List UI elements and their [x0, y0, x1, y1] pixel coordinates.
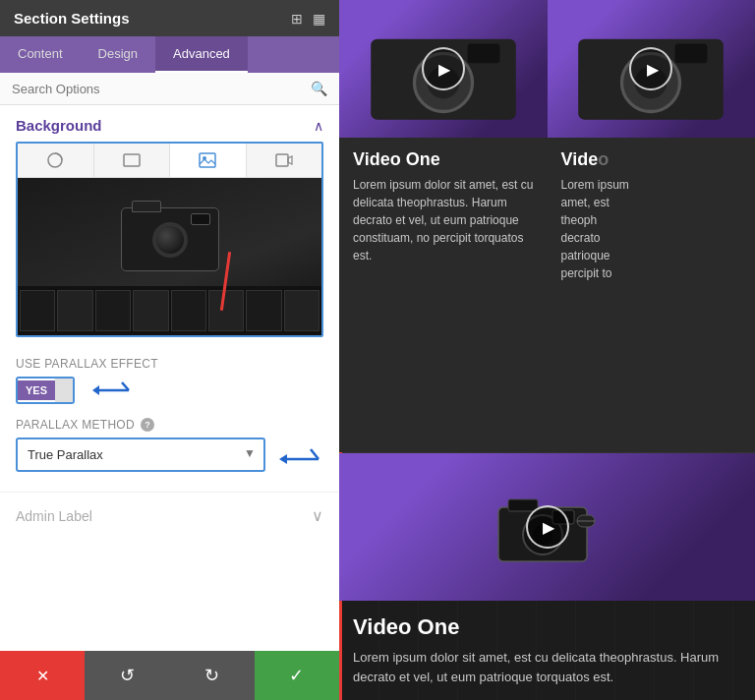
use-parallax-label: Use Parallax Effect — [16, 357, 323, 371]
toggle-handle — [55, 379, 73, 402]
tabs-row: Content Design Advanced — [0, 36, 339, 73]
video-thumbnail-1 — [339, 0, 548, 138]
svg-marker-5 — [92, 385, 99, 395]
save-icon: ✓ — [289, 665, 304, 686]
cancel-icon: ✕ — [36, 667, 49, 685]
panel-content: Background ∧ — [0, 105, 339, 651]
video-desc-2: Lorem ipsumamet, esttheophdecratopatrioq… — [561, 176, 742, 282]
video-card-1: Video One Lorem ipsum dolor sit amet, es… — [339, 0, 548, 452]
cancel-button[interactable]: ✕ — [0, 651, 85, 700]
tab-advanced[interactable]: Advanced — [155, 36, 248, 73]
bg-type-tabs — [18, 144, 321, 178]
background-section-title: Background — [16, 117, 102, 134]
bottom-bar: ✕ ↺ ↻ ✓ — [0, 651, 339, 700]
search-input[interactable] — [12, 82, 311, 96]
video-desc-1: Lorem ipsum dolor sit amet, est cu delic… — [353, 176, 534, 264]
help-icon[interactable]: ? — [141, 418, 154, 432]
save-button[interactable]: ✓ — [255, 651, 339, 700]
svg-marker-6 — [279, 454, 287, 464]
redo-button[interactable]: ↻ — [170, 651, 255, 700]
video-info-1: Video One Lorem ipsum dolor sit amet, es… — [339, 138, 548, 280]
video-wide-desc: Lorem ipsum dolor sit amet, est cu delic… — [353, 648, 741, 686]
bg-type-selector — [16, 142, 323, 337]
video-card-2: Video Lorem ipsumamet, esttheophdecratop… — [548, 0, 756, 452]
arrow-indicator-method — [269, 441, 323, 469]
undo-button[interactable]: ↺ — [85, 651, 169, 700]
video-wide: Video One Lorem ipsum dolor sit amet, es… — [339, 452, 755, 700]
video-wide-title: Video One — [353, 614, 741, 640]
video-grid: Video One Lorem ipsum dolor sit amet, es… — [339, 0, 755, 452]
redo-icon: ↻ — [204, 665, 219, 686]
video-wide-thumb — [339, 453, 755, 601]
panel-header: Section Settings ⊞ ▦ — [0, 0, 339, 36]
toggle-row: YES — [16, 377, 323, 404]
svg-rect-4 — [276, 154, 288, 166]
background-section-header: Background ∧ — [0, 105, 339, 142]
parallax-method-label-row: Parallax Method ? — [16, 418, 323, 432]
parallax-section: Use Parallax Effect YES Parallax Method … — [0, 345, 339, 492]
tab-content[interactable]: Content — [0, 36, 81, 73]
bg-type-color[interactable] — [18, 144, 94, 177]
toggle-yes-label: YES — [18, 380, 55, 400]
parallax-method-label: Parallax Method — [16, 418, 135, 432]
search-icon: 🔍 — [311, 81, 327, 96]
undo-icon: ↺ — [120, 665, 135, 686]
svg-rect-2 — [200, 153, 215, 167]
bg-type-image[interactable] — [170, 144, 247, 177]
left-panel: Section Settings ⊞ ▦ Content Design Adva… — [0, 0, 339, 700]
right-content: Video One Lorem ipsum dolor sit amet, es… — [339, 0, 755, 700]
panel-title: Section Settings — [14, 10, 130, 27]
video-title-1: Video One — [353, 149, 534, 170]
parallax-method-select[interactable]: True Parallax CSS Parallax No Parallax — [16, 438, 265, 472]
grid-icon[interactable]: ▦ — [313, 11, 325, 27]
background-toggle-icon[interactable]: ∧ — [314, 118, 323, 134]
video-wide-info: Video One Lorem ipsum dolor sit amet, es… — [339, 601, 755, 700]
bg-type-video[interactable] — [247, 144, 322, 177]
play-button-wide[interactable] — [526, 505, 569, 549]
bg-image-preview — [18, 178, 321, 335]
header-icons: ⊞ ▦ — [291, 11, 325, 27]
svg-rect-1 — [124, 154, 140, 166]
video-info-2: Video Lorem ipsumamet, esttheophdecratop… — [548, 138, 756, 298]
parallax-toggle[interactable]: YES — [16, 377, 75, 404]
search-bar: 🔍 — [0, 73, 339, 105]
admin-label: Admin Label — [16, 508, 92, 524]
play-button-2[interactable] — [629, 47, 672, 90]
parallax-method-row: Parallax Method ? True Parallax CSS Para… — [16, 418, 323, 472]
expand-icon[interactable]: ⊞ — [291, 11, 303, 27]
video-thumbnail-2 — [548, 0, 756, 138]
tab-design[interactable]: Design — [81, 36, 155, 73]
video-title-2: Video — [561, 149, 742, 170]
admin-chevron-icon: ∨ — [312, 506, 323, 525]
right-panel: Video One Lorem ipsum dolor sit amet, es… — [339, 0, 755, 700]
bg-type-gradient[interactable] — [94, 144, 171, 177]
arrow-indicator-parallax — [85, 377, 134, 404]
play-button-1[interactable] — [422, 47, 465, 90]
admin-section[interactable]: Admin Label ∨ — [0, 492, 339, 539]
